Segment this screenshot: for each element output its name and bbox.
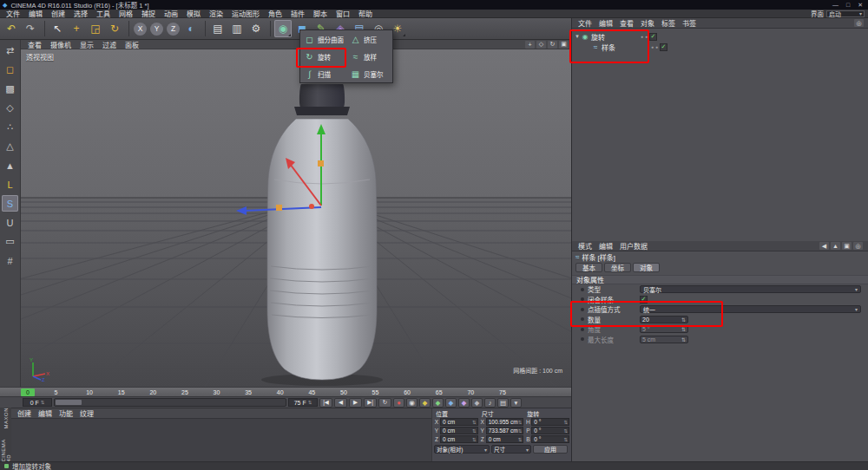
viewport-menu-item[interactable]: 摄像机 [46,40,76,49]
loop-button[interactable]: ↻ [378,398,391,408]
attribute-menu-item[interactable]: 用户数据 [616,241,651,251]
visibility-dot-icon[interactable]: ● [655,44,658,49]
redo-button[interactable]: ↷ [22,20,39,37]
coordinate-input[interactable]: 0 °⇅ [531,427,569,434]
coord-system-button[interactable]: ◐ [182,20,200,37]
add-generators-button[interactable]: ◉ [274,20,292,37]
menubar-item[interactable]: 创建 [47,9,69,18]
menubar-item[interactable]: 文件 [2,9,24,18]
undo-button[interactable]: ↶ [3,20,20,37]
loft-menu-item[interactable]: ≈放样 [346,48,392,65]
coordinate-input[interactable]: 0 °⇅ [531,435,569,443]
convert-selection-icon[interactable]: ⇄ [2,42,18,59]
live-selection-tool[interactable]: ↖ [49,20,66,37]
rotate-view-icon[interactable]: ↻ [548,41,557,49]
move-tool[interactable]: + [68,20,85,37]
sweep-menu-item[interactable]: ∫扫描 [300,65,346,82]
attribute-menu-item[interactable]: 模式 [575,241,595,251]
lock-icon[interactable]: ▣ [842,242,852,250]
workplane-mode-icon[interactable]: ◇ [2,100,18,116]
sound-icon[interactable]: ♪ [484,398,496,408]
intermediate-points-row-dropdown[interactable]: 统一▾ [640,305,861,313]
interface-dropdown[interactable]: 启动 ▾ [826,10,865,17]
enable-check-icon[interactable]: ✓ [649,33,657,41]
material-menu-item[interactable]: 纹理 [76,408,97,418]
coordinate-input[interactable]: 0 cm⇅ [440,418,478,426]
texture-mode-icon[interactable]: ▩ [2,81,18,97]
zoom-view-icon[interactable]: ◇ [536,41,546,49]
spinner-arrows-icon[interactable]: ⇅ [472,420,477,425]
max-length-row[interactable]: 最大长度5 cm⇅ [572,335,868,345]
perspective-viewport[interactable]: 透视视图 [21,49,571,387]
lathe-object-row[interactable]: ▾◉旋转●●✓ [574,31,657,42]
preview-range-slider[interactable] [54,398,286,407]
type-row[interactable]: 类型贝塞尔▾ [572,284,868,295]
coordinate-input[interactable]: 0 cm⇅ [440,435,478,443]
render-picture-button[interactable]: ▥ [228,20,246,37]
viewport-menu-item[interactable]: 显示 [76,40,98,49]
menubar-item[interactable]: 帮助 [354,9,377,18]
lathe-menu-item[interactable]: ↻旋转 [300,48,346,65]
apply-button[interactable]: 应用 [533,445,568,454]
attribute-tab-1[interactable]: 坐标 [604,263,631,272]
number-row[interactable]: 数量20⇅ [572,315,868,325]
record-button[interactable]: ● [393,398,404,408]
maximize-button[interactable]: □ [846,2,850,9]
viewport-solo-icon[interactable]: S [2,195,18,212]
intermediate-points-row[interactable]: 点插值方式统一▾ [572,304,868,315]
menubar-item[interactable]: 网格 [115,9,137,18]
object-manager-menu-item[interactable]: 书签 [679,18,700,28]
menubar-item[interactable]: 捕捉 [137,9,160,18]
visibility-dot-icon[interactable]: ● [641,34,643,39]
next-frame-button[interactable]: ▶| [364,398,377,408]
workplane-lock-icon[interactable]: ▭ [2,233,18,250]
lock-x-button[interactable]: X [134,23,147,36]
playback-options-icon[interactable]: ▾ [510,398,522,408]
material-menu-item[interactable]: 功能 [56,408,76,418]
model-mode-icon[interactable]: ◻ [2,62,18,78]
current-frame-marker[interactable]: 0 [21,388,35,396]
goto-start-button[interactable]: |◀ [319,398,332,408]
material-menu-item[interactable]: 创建 [14,408,35,418]
viewport-menu-item[interactable]: 面板 [121,40,143,49]
max-length-row-field[interactable]: 5 cm⇅ [640,336,688,343]
nav-back-icon[interactable]: ◀ [819,242,829,250]
scale-tool[interactable]: ◲ [87,20,104,37]
spinner-arrows-icon[interactable]: ⇅ [472,428,477,434]
quantize-icon[interactable]: # [2,252,18,269]
spinner-arrows-icon[interactable]: ⇅ [563,420,568,425]
viewport-menu-item[interactable]: 查看 [23,40,46,49]
key-position-button[interactable]: ◆ [419,398,431,408]
autokey-button[interactable]: ◉ [406,398,418,408]
rotate-tool[interactable]: ↻ [106,20,123,37]
angle-row-field[interactable]: 5 °⇅ [640,325,688,333]
toggle-view-icon[interactable]: ▣ [559,41,569,49]
coordinate-input[interactable]: 100.955 cm⇅ [486,418,524,426]
key-parameter-button[interactable]: ◆ [458,398,470,408]
coordinate-input[interactable]: 0 cm⇅ [440,427,478,434]
enable-check-icon[interactable]: ✓ [660,43,667,51]
key-scale-button[interactable]: ◆ [432,398,444,408]
snap-icon[interactable]: U [2,214,18,231]
menubar-item[interactable]: 运动图形 [227,9,264,18]
spinner-arrows-icon[interactable]: ⇅ [518,437,523,442]
menubar-item[interactable]: 工具 [92,9,115,18]
menubar-item[interactable]: 选择 [69,9,92,18]
key-rotation-button[interactable]: ◆ [445,398,457,408]
expand-icon[interactable]: ▾ [574,33,581,40]
minimize-button[interactable]: — [832,2,838,9]
render-view-button[interactable]: ▤ [209,20,227,37]
play-button[interactable]: ▶ [349,398,362,408]
menubar-item[interactable]: 角色 [264,9,286,18]
attribute-tab-0[interactable]: 基本 [575,263,602,272]
key-pla-button[interactable]: ◆ [471,398,483,408]
menubar-item[interactable]: 渲染 [205,9,227,18]
search-icon[interactable]: ◎ [853,242,863,250]
lock-y-button[interactable]: Y [150,23,163,36]
pan-view-icon[interactable]: + [525,41,535,49]
material-list-area[interactable] [11,419,431,462]
coordinate-input[interactable]: 733.587 cm⇅ [486,427,524,434]
polygons-mode-icon[interactable]: ▲ [2,157,18,173]
start-frame-field[interactable]: 0 F ⇅ [23,398,52,407]
attribute-tab-2[interactable]: 对象 [633,263,660,272]
